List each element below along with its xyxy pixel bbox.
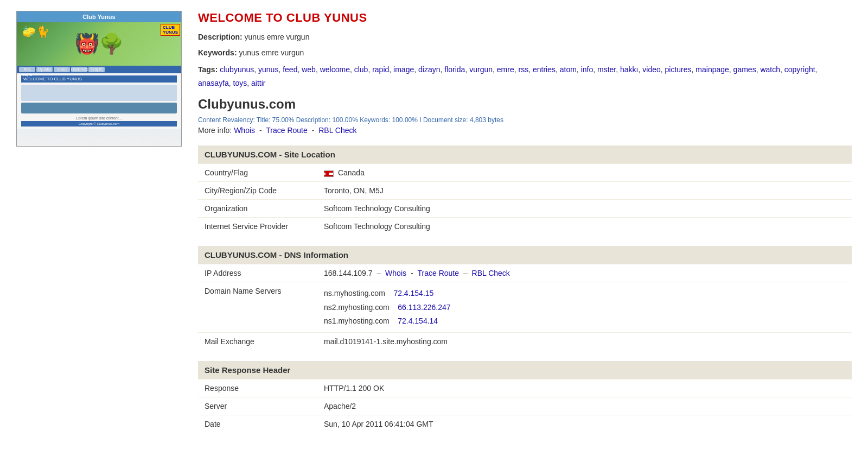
ip-address-value: 168.144.109.7 – Whois - Trace Route – RB… bbox=[317, 264, 852, 282]
thumbnail-text: Lorem ipsum site content... bbox=[21, 115, 177, 121]
server-label: Server bbox=[198, 397, 317, 415]
table-row: Internet Service Provider Softcom Techno… bbox=[198, 218, 852, 236]
site-location-header: CLUBYUNUS.COM - Site Location bbox=[198, 146, 852, 164]
tag-link[interactable]: copyright bbox=[784, 65, 815, 74]
ip-address-label: IP Address bbox=[198, 264, 317, 282]
ns-entry-2: ns2.myhosting.com 66.113.226.247 bbox=[324, 301, 845, 314]
domain-title: Clubyunus.com bbox=[198, 97, 852, 112]
tag-link[interactable]: info bbox=[581, 65, 593, 74]
ip-address-text: 168.144.109.7 bbox=[324, 269, 373, 277]
isp-value: Softcom Technology Consulting bbox=[317, 218, 852, 236]
country-value: Canada bbox=[317, 164, 852, 182]
description-value: yunus emre vurgun bbox=[245, 33, 310, 41]
ns1-ip-link[interactable]: 72.4.154.15 bbox=[393, 289, 433, 298]
ns3-ip-link[interactable]: 72.4.154.14 bbox=[398, 317, 438, 325]
response-label: Response bbox=[198, 379, 317, 397]
description-line: Description: yunus emre vurgun bbox=[198, 31, 852, 43]
server-value: Apache/2 bbox=[317, 397, 852, 415]
tag-link[interactable]: florida bbox=[444, 65, 465, 74]
tag-link[interactable]: club bbox=[354, 65, 368, 74]
tag-link[interactable]: watch bbox=[760, 65, 780, 74]
tags-line: Tags: clubyunus, yunus, feed, web, welco… bbox=[198, 63, 852, 90]
tag-link[interactable]: entries bbox=[533, 65, 556, 74]
more-info-label: More info: bbox=[198, 126, 232, 135]
whois-link[interactable]: Whois bbox=[234, 126, 255, 135]
thumbnail-header: Club Yunus bbox=[17, 11, 181, 22]
city-value: Toronto, ON, M5J bbox=[317, 182, 852, 200]
dns-servers-value: ns.myhosting.com 72.4.154.15 ns2.myhosti… bbox=[317, 282, 852, 333]
tag-link[interactable]: emre bbox=[497, 65, 514, 74]
ns2-ip-link[interactable]: 66.113.226.247 bbox=[398, 303, 450, 312]
rbl-check-link[interactable]: RBL Check bbox=[318, 126, 356, 135]
tag-link[interactable]: rss bbox=[518, 65, 528, 74]
organization-value: Softcom Technology Consulting bbox=[317, 200, 852, 218]
shrek-icon: 👹🌳 bbox=[75, 33, 124, 55]
keywords-value: yunus emre vurgun bbox=[239, 48, 304, 57]
spongebob-icon: 🧽🐈 bbox=[22, 25, 49, 38]
description-label: Description: bbox=[198, 33, 242, 41]
tag-link[interactable]: pictures bbox=[665, 65, 692, 74]
response-value: HTTP/1.1 200 OK bbox=[317, 379, 852, 397]
table-row: IP Address 168.144.109.7 – Whois - Trace… bbox=[198, 264, 852, 282]
ip-rbl-check-link[interactable]: RBL Check bbox=[472, 269, 510, 277]
table-row: Date Sun, 10 Apr 2011 06:41:04 GMT bbox=[198, 415, 852, 433]
tag-link[interactable]: web bbox=[302, 65, 316, 74]
table-row: Country/Flag Canada bbox=[198, 164, 852, 182]
site-info: WELCOME TO CLUB YUNUS Description: yunus… bbox=[198, 11, 852, 444]
thumbnail-nav: Ana Sayfa Oyunlar Video Hakkımızda İleti… bbox=[17, 66, 181, 73]
mail-exchange-label: Mail Exchange bbox=[198, 332, 317, 350]
canada-flag-icon bbox=[324, 170, 334, 177]
tags-label: Tags: bbox=[198, 65, 218, 74]
thumbnail-content-block-2 bbox=[21, 103, 177, 113]
ip-whois-link[interactable]: Whois bbox=[385, 269, 406, 277]
tag-link[interactable]: dizayn bbox=[418, 65, 440, 74]
thumbnail-content-block-1 bbox=[21, 85, 177, 101]
tag-link[interactable]: rapid bbox=[372, 65, 389, 74]
dns-info-table: CLUBYUNUS.COM - DNS Information IP Addre… bbox=[198, 246, 852, 350]
tag-link[interactable]: anasayfa bbox=[198, 79, 229, 87]
tag-link[interactable]: mster bbox=[597, 65, 616, 74]
tag-link[interactable]: atom bbox=[560, 65, 577, 74]
keywords-line: Keywords: yunus emre vurgun bbox=[198, 47, 852, 59]
tag-link[interactable]: vurgun bbox=[469, 65, 493, 74]
dns-servers-label: Domain Name Servers bbox=[198, 282, 317, 333]
table-row: Server Apache/2 bbox=[198, 397, 852, 415]
tag-link[interactable]: toys bbox=[233, 79, 247, 87]
tag-link[interactable]: feed bbox=[283, 65, 297, 74]
date-value: Sun, 10 Apr 2011 06:41:04 GMT bbox=[317, 415, 852, 433]
ns-entry-1: ns.myhosting.com 72.4.154.15 bbox=[324, 287, 845, 300]
city-label: City/Region/Zip Code bbox=[198, 182, 317, 200]
table-row: Response HTTP/1.1 200 OK bbox=[198, 379, 852, 397]
tags-container: clubyunus, yunus, feed, web, welcome, cl… bbox=[198, 65, 817, 87]
dns-info-header: CLUBYUNUS.COM - DNS Information bbox=[198, 246, 852, 264]
site-location-table: CLUBYUNUS.COM - Site Location Country/Fl… bbox=[198, 146, 852, 235]
site-response-table: Site Response Header Response HTTP/1.1 2… bbox=[198, 361, 852, 433]
thumbnail-body: WELCOME TO CLUB YUNUS Lorem ipsum site c… bbox=[17, 73, 181, 129]
tag-link[interactable]: image bbox=[393, 65, 414, 74]
club-yunus-badge: CLUBYUNUS bbox=[161, 24, 180, 36]
country-label: Country/Flag bbox=[198, 164, 317, 182]
site-thumbnail: Club Yunus 🧽🐈 👹🌳 CLUBYUNUS Ana Sayfa Oyu… bbox=[16, 11, 182, 147]
table-row: Domain Name Servers ns.myhosting.com 72.… bbox=[198, 282, 852, 333]
trace-route-link[interactable]: Trace Route bbox=[266, 126, 308, 135]
tag-link[interactable]: clubyunus bbox=[220, 65, 254, 74]
ip-trace-route-link[interactable]: Trace Route bbox=[417, 269, 459, 277]
table-row: Mail Exchange mail.d1019141-1.site.myhos… bbox=[198, 332, 852, 350]
table-row: Organization Softcom Technology Consulti… bbox=[198, 200, 852, 218]
tag-link[interactable]: hakkı bbox=[620, 65, 638, 74]
thumbnail-footer: Copyright © Clubyunus.com bbox=[21, 121, 177, 127]
tag-link[interactable]: yunus bbox=[258, 65, 278, 74]
more-info-line: More info: Whois - Trace Route - RBL Che… bbox=[198, 126, 852, 135]
isp-label: Internet Service Provider bbox=[198, 218, 317, 236]
tag-link[interactable]: video bbox=[642, 65, 660, 74]
organization-label: Organization bbox=[198, 200, 317, 218]
thumbnail-title: WELCOME TO CLUB YUNUS bbox=[21, 75, 177, 83]
tag-link[interactable]: aittir bbox=[251, 79, 265, 87]
tag-link[interactable]: games bbox=[733, 65, 756, 74]
tag-link[interactable]: mainpage bbox=[695, 65, 729, 74]
tag-link[interactable]: welcome bbox=[320, 65, 350, 74]
table-row: City/Region/Zip Code Toronto, ON, M5J bbox=[198, 182, 852, 200]
date-label: Date bbox=[198, 415, 317, 433]
site-response-header: Site Response Header bbox=[198, 361, 852, 380]
thumbnail-hero-image: 🧽🐈 👹🌳 CLUBYUNUS bbox=[17, 22, 181, 66]
